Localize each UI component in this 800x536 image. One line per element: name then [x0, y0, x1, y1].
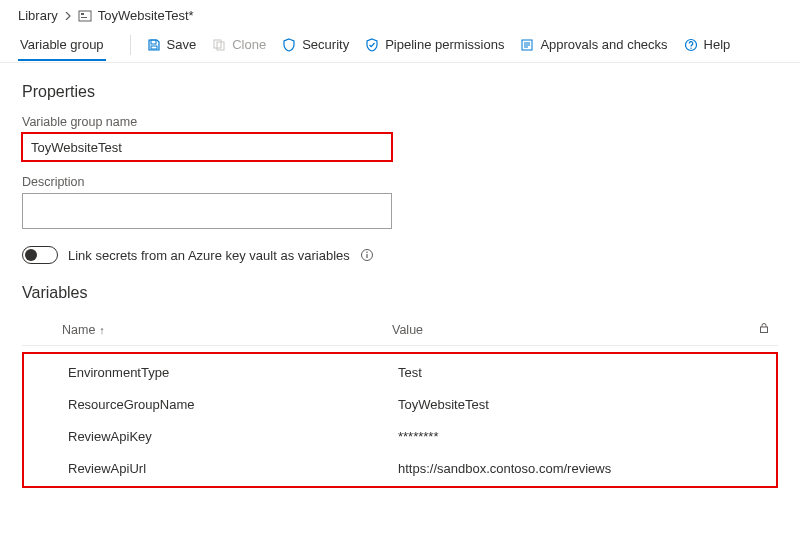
svg-point-9	[690, 47, 691, 48]
variables-table-header: Name ↑ Value	[22, 316, 778, 346]
chevron-right-icon	[64, 10, 72, 22]
breadcrumb: Library ToyWebsiteTest*	[0, 0, 800, 27]
shield-check-icon	[365, 38, 379, 52]
properties-heading: Properties	[22, 83, 778, 101]
column-name[interactable]: Name ↑	[62, 323, 392, 337]
security-button[interactable]: Security	[274, 33, 357, 56]
table-row[interactable]: EnvironmentType Test	[24, 356, 776, 388]
clone-icon	[212, 38, 226, 52]
pipeline-permissions-button[interactable]: Pipeline permissions	[357, 33, 512, 56]
variable-value: Test	[394, 361, 736, 384]
clone-label: Clone	[232, 37, 266, 52]
toggle-knob	[25, 249, 37, 261]
table-row[interactable]: ReviewApiUrl https://sandbox.contoso.com…	[24, 452, 776, 484]
checklist-icon	[520, 38, 534, 52]
description-input[interactable]	[22, 193, 392, 229]
clone-button: Clone	[204, 33, 274, 56]
column-value[interactable]: Value	[392, 323, 738, 337]
svg-rect-4	[151, 46, 157, 49]
security-label: Security	[302, 37, 349, 52]
svg-point-11	[366, 252, 368, 254]
pipeline-permissions-label: Pipeline permissions	[385, 37, 504, 52]
variable-name: ReviewApiUrl	[64, 457, 394, 480]
save-icon	[147, 38, 161, 52]
toolbar-divider	[130, 35, 131, 55]
help-label: Help	[704, 37, 731, 52]
variable-group-icon	[78, 9, 92, 23]
table-row[interactable]: ReviewApiKey ********	[24, 420, 776, 452]
save-label: Save	[167, 37, 197, 52]
help-button[interactable]: Help	[676, 33, 739, 56]
toolbar: Variable group Save Clone Security Pipel…	[0, 27, 800, 63]
variable-name: EnvironmentType	[64, 361, 394, 384]
table-row[interactable]: ResourceGroupName ToyWebsiteTest	[24, 388, 776, 420]
svg-rect-12	[366, 254, 367, 258]
column-lock	[738, 322, 778, 337]
variable-name: ReviewApiKey	[64, 425, 394, 448]
column-name-label: Name	[62, 323, 95, 337]
svg-rect-13	[761, 327, 768, 333]
variables-heading: Variables	[22, 284, 778, 302]
lock-icon	[758, 322, 770, 334]
help-icon	[684, 38, 698, 52]
variable-value: ********	[394, 425, 736, 448]
tab-variable-group[interactable]: Variable group	[18, 29, 106, 61]
sort-asc-icon: ↑	[99, 324, 105, 336]
svg-rect-1	[81, 13, 84, 15]
description-label: Description	[22, 175, 778, 189]
link-keyvault-label: Link secrets from an Azure key vault as …	[68, 248, 350, 263]
shield-icon	[282, 38, 296, 52]
breadcrumb-title: ToyWebsiteTest*	[98, 8, 194, 23]
link-keyvault-toggle[interactable]	[22, 246, 58, 264]
svg-rect-2	[81, 17, 87, 18]
info-icon[interactable]	[360, 248, 374, 262]
approvals-label: Approvals and checks	[540, 37, 667, 52]
approvals-button[interactable]: Approvals and checks	[512, 33, 675, 56]
breadcrumb-root[interactable]: Library	[18, 8, 58, 23]
variable-name: ResourceGroupName	[64, 393, 394, 416]
variable-value: https://sandbox.contoso.com/reviews	[394, 457, 736, 480]
variables-table-body: EnvironmentType Test ResourceGroupName T…	[22, 352, 778, 488]
svg-rect-0	[79, 11, 91, 21]
variable-value: ToyWebsiteTest	[394, 393, 736, 416]
save-button[interactable]: Save	[139, 33, 205, 56]
variable-group-name-label: Variable group name	[22, 115, 778, 129]
variable-group-name-input[interactable]	[22, 133, 392, 161]
